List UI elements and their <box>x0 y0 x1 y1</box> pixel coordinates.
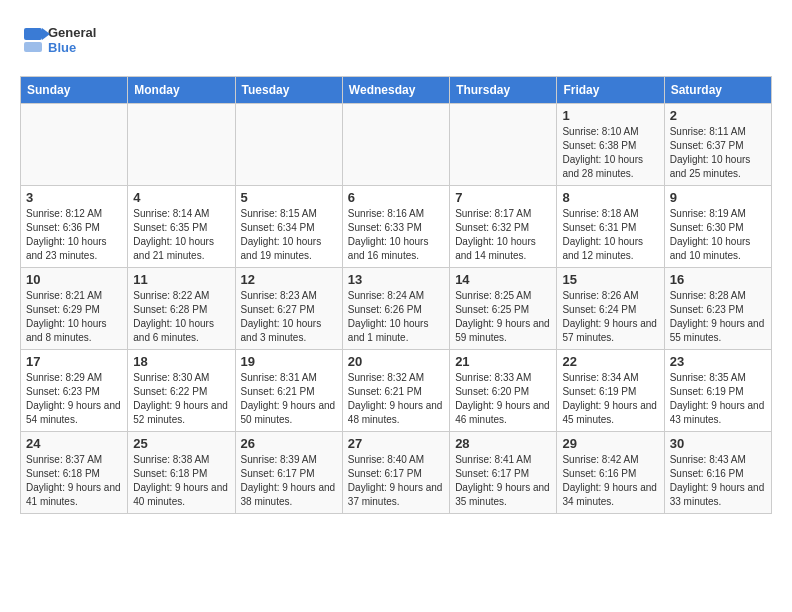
logo: General Blue <box>20 20 110 60</box>
day-number: 6 <box>348 190 444 205</box>
day-info: Sunrise: 8:37 AM Sunset: 6:18 PM Dayligh… <box>26 453 122 509</box>
calendar-cell: 25Sunrise: 8:38 AM Sunset: 6:18 PM Dayli… <box>128 432 235 514</box>
calendar-cell: 19Sunrise: 8:31 AM Sunset: 6:21 PM Dayli… <box>235 350 342 432</box>
column-header-sunday: Sunday <box>21 77 128 104</box>
calendar-cell: 22Sunrise: 8:34 AM Sunset: 6:19 PM Dayli… <box>557 350 664 432</box>
day-info: Sunrise: 8:16 AM Sunset: 6:33 PM Dayligh… <box>348 207 444 263</box>
day-info: Sunrise: 8:23 AM Sunset: 6:27 PM Dayligh… <box>241 289 337 345</box>
calendar-cell: 2Sunrise: 8:11 AM Sunset: 6:37 PM Daylig… <box>664 104 771 186</box>
day-number: 5 <box>241 190 337 205</box>
day-info: Sunrise: 8:28 AM Sunset: 6:23 PM Dayligh… <box>670 289 766 345</box>
calendar-cell: 14Sunrise: 8:25 AM Sunset: 6:25 PM Dayli… <box>450 268 557 350</box>
day-info: Sunrise: 8:19 AM Sunset: 6:30 PM Dayligh… <box>670 207 766 263</box>
calendar-cell: 10Sunrise: 8:21 AM Sunset: 6:29 PM Dayli… <box>21 268 128 350</box>
calendar-cell: 3Sunrise: 8:12 AM Sunset: 6:36 PM Daylig… <box>21 186 128 268</box>
day-info: Sunrise: 8:34 AM Sunset: 6:19 PM Dayligh… <box>562 371 658 427</box>
day-info: Sunrise: 8:10 AM Sunset: 6:38 PM Dayligh… <box>562 125 658 181</box>
day-number: 28 <box>455 436 551 451</box>
day-number: 19 <box>241 354 337 369</box>
calendar-cell: 1Sunrise: 8:10 AM Sunset: 6:38 PM Daylig… <box>557 104 664 186</box>
column-header-monday: Monday <box>128 77 235 104</box>
day-number: 9 <box>670 190 766 205</box>
column-header-wednesday: Wednesday <box>342 77 449 104</box>
calendar-header-row: SundayMondayTuesdayWednesdayThursdayFrid… <box>21 77 772 104</box>
day-info: Sunrise: 8:24 AM Sunset: 6:26 PM Dayligh… <box>348 289 444 345</box>
calendar-cell: 15Sunrise: 8:26 AM Sunset: 6:24 PM Dayli… <box>557 268 664 350</box>
calendar-week-3: 10Sunrise: 8:21 AM Sunset: 6:29 PM Dayli… <box>21 268 772 350</box>
day-number: 26 <box>241 436 337 451</box>
column-header-friday: Friday <box>557 77 664 104</box>
day-number: 2 <box>670 108 766 123</box>
day-number: 23 <box>670 354 766 369</box>
day-info: Sunrise: 8:43 AM Sunset: 6:16 PM Dayligh… <box>670 453 766 509</box>
calendar-table: SundayMondayTuesdayWednesdayThursdayFrid… <box>20 76 772 514</box>
day-number: 15 <box>562 272 658 287</box>
day-info: Sunrise: 8:12 AM Sunset: 6:36 PM Dayligh… <box>26 207 122 263</box>
day-number: 1 <box>562 108 658 123</box>
day-number: 10 <box>26 272 122 287</box>
calendar-cell: 9Sunrise: 8:19 AM Sunset: 6:30 PM Daylig… <box>664 186 771 268</box>
calendar-cell: 23Sunrise: 8:35 AM Sunset: 6:19 PM Dayli… <box>664 350 771 432</box>
calendar-cell <box>342 104 449 186</box>
calendar-cell: 7Sunrise: 8:17 AM Sunset: 6:32 PM Daylig… <box>450 186 557 268</box>
day-info: Sunrise: 8:38 AM Sunset: 6:18 PM Dayligh… <box>133 453 229 509</box>
calendar-week-1: 1Sunrise: 8:10 AM Sunset: 6:38 PM Daylig… <box>21 104 772 186</box>
day-info: Sunrise: 8:32 AM Sunset: 6:21 PM Dayligh… <box>348 371 444 427</box>
calendar-cell: 11Sunrise: 8:22 AM Sunset: 6:28 PM Dayli… <box>128 268 235 350</box>
day-number: 29 <box>562 436 658 451</box>
day-info: Sunrise: 8:29 AM Sunset: 6:23 PM Dayligh… <box>26 371 122 427</box>
day-number: 30 <box>670 436 766 451</box>
column-header-thursday: Thursday <box>450 77 557 104</box>
calendar-cell: 26Sunrise: 8:39 AM Sunset: 6:17 PM Dayli… <box>235 432 342 514</box>
day-number: 16 <box>670 272 766 287</box>
day-info: Sunrise: 8:42 AM Sunset: 6:16 PM Dayligh… <box>562 453 658 509</box>
day-info: Sunrise: 8:14 AM Sunset: 6:35 PM Dayligh… <box>133 207 229 263</box>
day-info: Sunrise: 8:11 AM Sunset: 6:37 PM Dayligh… <box>670 125 766 181</box>
day-info: Sunrise: 8:31 AM Sunset: 6:21 PM Dayligh… <box>241 371 337 427</box>
day-info: Sunrise: 8:21 AM Sunset: 6:29 PM Dayligh… <box>26 289 122 345</box>
calendar-cell: 6Sunrise: 8:16 AM Sunset: 6:33 PM Daylig… <box>342 186 449 268</box>
day-number: 25 <box>133 436 229 451</box>
calendar-cell <box>21 104 128 186</box>
column-header-saturday: Saturday <box>664 77 771 104</box>
day-number: 22 <box>562 354 658 369</box>
calendar-cell: 8Sunrise: 8:18 AM Sunset: 6:31 PM Daylig… <box>557 186 664 268</box>
calendar-cell <box>450 104 557 186</box>
day-info: Sunrise: 8:35 AM Sunset: 6:19 PM Dayligh… <box>670 371 766 427</box>
day-number: 18 <box>133 354 229 369</box>
calendar-cell <box>128 104 235 186</box>
day-number: 17 <box>26 354 122 369</box>
logo-svg: General Blue <box>20 20 110 60</box>
day-number: 27 <box>348 436 444 451</box>
day-number: 14 <box>455 272 551 287</box>
day-info: Sunrise: 8:22 AM Sunset: 6:28 PM Dayligh… <box>133 289 229 345</box>
calendar-cell: 5Sunrise: 8:15 AM Sunset: 6:34 PM Daylig… <box>235 186 342 268</box>
calendar-cell: 17Sunrise: 8:29 AM Sunset: 6:23 PM Dayli… <box>21 350 128 432</box>
day-info: Sunrise: 8:39 AM Sunset: 6:17 PM Dayligh… <box>241 453 337 509</box>
calendar-cell: 27Sunrise: 8:40 AM Sunset: 6:17 PM Dayli… <box>342 432 449 514</box>
day-number: 24 <box>26 436 122 451</box>
calendar-cell <box>235 104 342 186</box>
day-info: Sunrise: 8:40 AM Sunset: 6:17 PM Dayligh… <box>348 453 444 509</box>
calendar-week-2: 3Sunrise: 8:12 AM Sunset: 6:36 PM Daylig… <box>21 186 772 268</box>
calendar-cell: 24Sunrise: 8:37 AM Sunset: 6:18 PM Dayli… <box>21 432 128 514</box>
day-number: 21 <box>455 354 551 369</box>
column-header-tuesday: Tuesday <box>235 77 342 104</box>
day-number: 8 <box>562 190 658 205</box>
svg-text:General: General <box>48 25 96 40</box>
calendar-cell: 28Sunrise: 8:41 AM Sunset: 6:17 PM Dayli… <box>450 432 557 514</box>
day-info: Sunrise: 8:17 AM Sunset: 6:32 PM Dayligh… <box>455 207 551 263</box>
day-number: 11 <box>133 272 229 287</box>
calendar-cell: 30Sunrise: 8:43 AM Sunset: 6:16 PM Dayli… <box>664 432 771 514</box>
calendar-cell: 29Sunrise: 8:42 AM Sunset: 6:16 PM Dayli… <box>557 432 664 514</box>
calendar-cell: 4Sunrise: 8:14 AM Sunset: 6:35 PM Daylig… <box>128 186 235 268</box>
svg-text:Blue: Blue <box>48 40 76 55</box>
calendar-cell: 21Sunrise: 8:33 AM Sunset: 6:20 PM Dayli… <box>450 350 557 432</box>
day-number: 20 <box>348 354 444 369</box>
day-number: 13 <box>348 272 444 287</box>
svg-rect-3 <box>24 42 42 52</box>
day-info: Sunrise: 8:26 AM Sunset: 6:24 PM Dayligh… <box>562 289 658 345</box>
day-number: 3 <box>26 190 122 205</box>
calendar-week-5: 24Sunrise: 8:37 AM Sunset: 6:18 PM Dayli… <box>21 432 772 514</box>
svg-rect-2 <box>24 28 42 40</box>
